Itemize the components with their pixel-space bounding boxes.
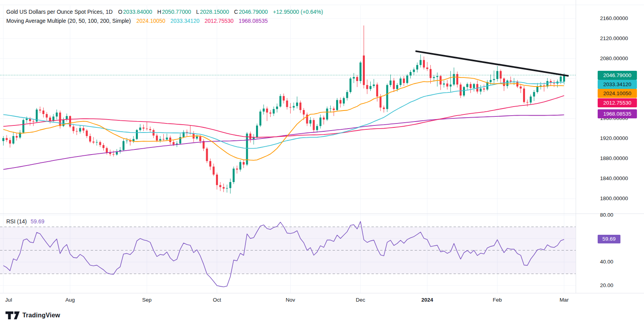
- rsi-axis-label: 40.00: [600, 259, 613, 265]
- price-axis-label: 1920.00000: [600, 135, 628, 142]
- time-axis-label: Dec: [356, 297, 365, 303]
- time-axis-label: Feb: [493, 297, 502, 303]
- rsi-axis-label: 20.00: [600, 282, 613, 289]
- change-value: +12.95000 (+0.64%): [273, 9, 323, 15]
- trendline[interactable]: [415, 51, 569, 76]
- rsi-value: 59.69: [31, 218, 44, 225]
- price-axis-badge: 2012.75530: [598, 98, 637, 107]
- low-value: 2028.15000: [200, 9, 229, 15]
- close-value: 2046.79000: [239, 9, 268, 15]
- time-axis-label: 2024: [421, 297, 433, 303]
- open-label: O: [118, 9, 123, 15]
- close-label: C: [234, 9, 238, 15]
- time-axis-label: Jul: [5, 297, 12, 303]
- symbol-legend-row: Gold US Dollars per Ounce Spot Prices, 1…: [6, 9, 324, 15]
- price-axis-scale[interactable]: [576, 0, 644, 293]
- price-axis-badge: 2046.79000: [598, 71, 637, 80]
- ma-legend-row: Moving Average Multiple (20, 50, 100, 20…: [6, 18, 271, 24]
- rsi-indicator-title: RSI (14): [6, 218, 27, 225]
- time-axis-label: Oct: [213, 297, 221, 303]
- rsi-legend-row: RSI (14) 59.69: [6, 218, 44, 225]
- ma-indicator-title: Moving Average Multiple (20, 50, 100, 20…: [6, 18, 131, 24]
- price-axis-label: 1840.00000: [600, 175, 628, 182]
- price-axis-label: 2120.00000: [600, 35, 628, 42]
- high-label: H: [157, 9, 161, 15]
- time-axis-label: Nov: [285, 297, 295, 303]
- tradingview-chart-window: Gold US Dollars per Ounce Spot Prices, 1…: [0, 0, 644, 326]
- tradingview-logo[interactable]: TradingView: [5, 311, 60, 320]
- price-axis-label: 1800.00000: [600, 195, 628, 202]
- price-axis-label: 2080.00000: [600, 55, 628, 62]
- price-axis-label: 1880.00000: [600, 155, 628, 162]
- ma20-value: 2024.10050: [136, 18, 165, 24]
- low-label: L: [196, 9, 199, 15]
- ma100-value: 2012.75530: [205, 18, 234, 24]
- chart-canvas[interactable]: [0, 0, 644, 309]
- tradingview-logo-text: TradingView: [22, 312, 60, 319]
- tradingview-logo-icon: [5, 311, 20, 320]
- ma200-value: 1968.08535: [239, 18, 268, 24]
- time-axis-scale[interactable]: [0, 293, 644, 307]
- price-axis-label: 2160.00000: [600, 15, 628, 22]
- time-axis-label: Mar: [560, 297, 569, 303]
- time-axis-label: Sep: [142, 297, 152, 303]
- price-axis-badge: 2024.10050: [598, 89, 637, 98]
- ma50-value: 2033.34120: [170, 18, 199, 24]
- rsi-axis-badge: 59.69: [598, 235, 620, 243]
- high-value: 2050.77000: [162, 9, 191, 15]
- open-value: 2033.84000: [123, 9, 152, 15]
- rsi-axis-label: 80.00: [600, 212, 613, 218]
- time-axis-label: Aug: [65, 297, 75, 303]
- price-axis-badge: 1968.08535: [598, 109, 637, 118]
- price-axis-badge: 2033.34120: [598, 80, 637, 89]
- candles: [2, 26, 565, 193]
- symbol-title: Gold US Dollars per Ounce Spot Prices, 1…: [6, 9, 113, 15]
- ma200-line: [4, 115, 564, 169]
